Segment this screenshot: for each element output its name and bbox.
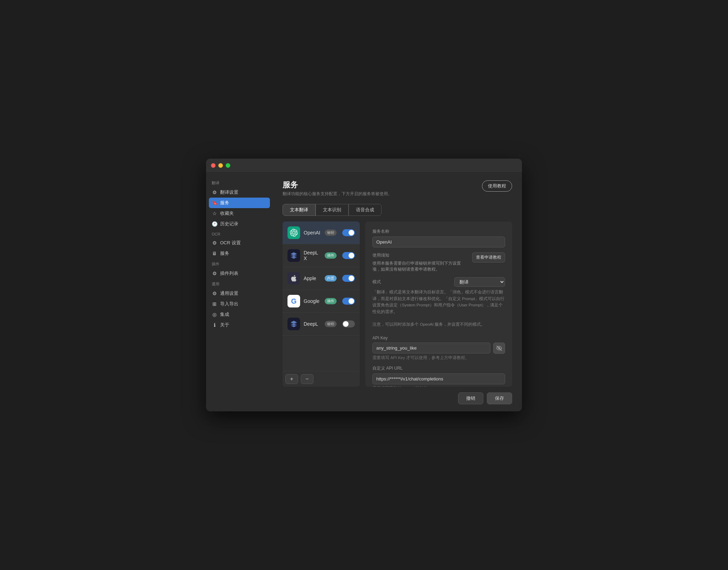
- sidebar-item-favorites[interactable]: ☆ 收藏夹: [206, 208, 273, 219]
- mode-select[interactable]: 翻译 润色 自定义 Prompt: [454, 277, 505, 287]
- service-name-openai: OpenAI: [304, 230, 321, 236]
- sidebar-item-label: OCR 设置: [220, 240, 241, 246]
- toggle-visibility-button[interactable]: [493, 343, 505, 354]
- clock-icon: 🕐: [212, 221, 217, 227]
- sidebar-item-import-export[interactable]: ⊞ 导入导出: [206, 299, 273, 309]
- app-window: 翻译 ⚙ 翻译设置 🔖 服务 ☆ 收藏夹 🕐 历史记录 OCR ⚙ OCR 设置: [206, 159, 522, 411]
- toggle-openai[interactable]: [342, 229, 355, 236]
- custom-url-label: 自定义 API URL: [372, 365, 505, 371]
- service-name-apple: Apple: [304, 276, 321, 281]
- gear-icon: ⚙: [212, 240, 217, 246]
- sidebar-item-label: 收藏夹: [220, 210, 234, 217]
- title-bar: [206, 159, 522, 172]
- toggle-deepl-x[interactable]: [342, 252, 355, 259]
- close-button[interactable]: [211, 163, 216, 168]
- bookmark-icon: 🔖: [212, 200, 217, 206]
- remove-service-button[interactable]: −: [301, 374, 313, 384]
- custom-url-input[interactable]: [372, 373, 505, 384]
- service-list-footer: + −: [283, 371, 360, 387]
- sidebar-section-general: 通用: [206, 279, 273, 288]
- sidebar-item-label: 服务: [220, 250, 229, 257]
- sidebar-item-label: 服务: [220, 200, 229, 206]
- toggle-deepl[interactable]: [342, 320, 355, 327]
- save-button[interactable]: 保存: [487, 392, 512, 404]
- badge-apple: 内置: [325, 275, 337, 281]
- badge-deepl: 秘钥: [325, 321, 337, 327]
- custom-url-hint: 需要填写完整的 URL，默认为「https://api.openai.com/v…: [372, 386, 505, 387]
- star-icon: ☆: [212, 211, 217, 216]
- sidebar-item-label: 关于: [220, 322, 229, 328]
- google-icon: G: [287, 295, 300, 307]
- sidebar-section-plugins: 插件: [206, 259, 273, 268]
- mode-row: 模式 翻译 润色 自定义 Prompt: [372, 277, 505, 287]
- mode-label: 模式: [372, 279, 381, 285]
- sidebar-item-label: 通用设置: [220, 290, 238, 297]
- notice-text: 使用本服务需要自行申请秘钥并填写到下方设置项，如果没有秘钥请查看申请教程。: [372, 260, 468, 272]
- monitor-icon: 🖥: [212, 251, 217, 256]
- sidebar-item-label: 翻译设置: [220, 189, 238, 195]
- add-service-button[interactable]: +: [285, 374, 298, 384]
- sidebar-item-label: 导入导出: [220, 301, 238, 307]
- gear-icon: ⚙: [212, 291, 217, 296]
- tab-text-translate[interactable]: 文本翻译: [283, 204, 316, 216]
- sidebar-section-translate: 翻译: [206, 178, 273, 187]
- api-key-row: [372, 343, 505, 354]
- info-icon: ℹ: [212, 322, 217, 328]
- deepl-x-icon: [287, 249, 300, 262]
- detail-actions: 撤销 保存: [283, 392, 512, 404]
- content-header: 服务 翻译功能的核心服务支持配置，下方开启的服务将被使用。 使用教程: [283, 180, 512, 197]
- service-name-deepl-x: DeepL X: [304, 250, 321, 261]
- gear-icon: ⚙: [212, 190, 217, 195]
- sidebar-item-ocr-settings[interactable]: ⚙ OCR 设置: [206, 238, 273, 248]
- service-item-openai[interactable]: OpenAI 秘钥: [283, 221, 360, 244]
- sidebar-item-services[interactable]: 🔖 服务: [209, 198, 270, 208]
- sidebar-item-translate-settings[interactable]: ⚙ 翻译设置: [206, 187, 273, 198]
- sidebar: 翻译 ⚙ 翻译设置 🔖 服务 ☆ 收藏夹 🕐 历史记录 OCR ⚙ OCR 设置: [206, 172, 273, 411]
- import-export-icon: ⊞: [212, 301, 217, 307]
- toggle-google[interactable]: [342, 298, 355, 305]
- service-item-apple[interactable]: Apple 内置: [283, 267, 360, 290]
- view-tutorial-button[interactable]: 查看申请教程: [472, 252, 505, 263]
- page-title: 服务: [283, 180, 392, 190]
- sidebar-item-plugin-list[interactable]: ⚙ 插件列表: [206, 268, 273, 279]
- sidebar-item-label: 集成: [220, 311, 229, 318]
- cancel-button[interactable]: 撤销: [458, 392, 483, 404]
- service-name-label: 服务名称: [372, 228, 505, 234]
- service-name-deepl: DeepL: [304, 321, 321, 327]
- sidebar-item-ocr-services[interactable]: 🖥 服务: [206, 248, 273, 259]
- tutorial-button[interactable]: 使用教程: [482, 180, 512, 192]
- notice-label: 使用须知: [372, 252, 468, 258]
- sidebar-item-about[interactable]: ℹ 关于: [206, 320, 273, 330]
- sidebar-item-label: 历史记录: [220, 221, 238, 227]
- tab-speech-synthesis[interactable]: 语音合成: [349, 204, 382, 216]
- toggle-apple[interactable]: [342, 275, 355, 282]
- service-item-deepl-x[interactable]: DeepL X 插件: [283, 244, 360, 267]
- service-item-google[interactable]: G Google 插件: [283, 290, 360, 313]
- tabs-bar: 文本翻译 文本识别 语音合成: [283, 204, 512, 216]
- api-key-input[interactable]: [372, 343, 490, 353]
- sidebar-item-integration[interactable]: ◎ 集成: [206, 309, 273, 320]
- badge-google: 插件: [325, 298, 337, 304]
- badge-openai: 秘钥: [325, 230, 337, 236]
- page-subtitle: 翻译功能的核心服务支持配置，下方开启的服务将被使用。: [283, 191, 392, 197]
- sidebar-item-general-settings[interactable]: ⚙ 通用设置: [206, 288, 273, 299]
- service-name-input[interactable]: [372, 237, 505, 247]
- header-text: 服务 翻译功能的核心服务支持配置，下方开启的服务将被使用。: [283, 180, 392, 197]
- service-item-deepl[interactable]: DeepL 秘钥: [283, 313, 360, 336]
- sidebar-item-history[interactable]: 🕐 历史记录: [206, 219, 273, 229]
- tab-text-recognition[interactable]: 文本识别: [316, 204, 349, 216]
- mode-description: 「翻译」模式是将文本翻译为目标语言。「润色」模式不会进行语言翻译，而是对原始文本…: [372, 289, 505, 327]
- openai-icon: [287, 226, 300, 239]
- badge-deepl-x: 插件: [325, 252, 337, 259]
- main-content: 翻译 ⚙ 翻译设置 🔖 服务 ☆ 收藏夹 🕐 历史记录 OCR ⚙ OCR 设置: [206, 172, 522, 411]
- deepl-icon: [287, 318, 300, 330]
- service-list-panel: OpenAI 秘钥 DeepL X 插件: [283, 221, 360, 387]
- sidebar-item-label: 插件列表: [220, 270, 238, 277]
- detail-panel: 服务名称 使用须知 使用本服务需要自行申请秘钥并填写到下方设置项，如果没有秘钥请…: [365, 221, 512, 387]
- minimize-button[interactable]: [218, 163, 223, 168]
- maximize-button[interactable]: [226, 163, 230, 168]
- content-area: 服务 翻译功能的核心服务支持配置，下方开启的服务将被使用。 使用教程 文本翻译 …: [273, 172, 522, 411]
- integration-icon: ◎: [212, 312, 217, 317]
- service-body: OpenAI 秘钥 DeepL X 插件: [283, 221, 512, 387]
- notice-content: 使用须知 使用本服务需要自行申请秘钥并填写到下方设置项，如果没有秘钥请查看申请教…: [372, 252, 468, 272]
